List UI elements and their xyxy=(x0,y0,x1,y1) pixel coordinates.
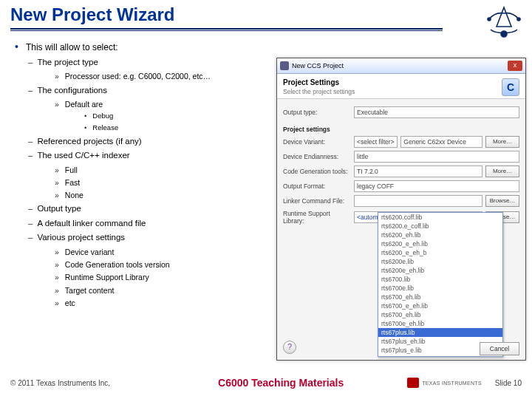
rsl-option[interactable]: rts6200_e_eh_b xyxy=(378,248,502,257)
bullet-output-type: Output type xyxy=(10,203,276,215)
footer-center: C6000 Teaching Materials xyxy=(154,377,407,389)
technion-logo xyxy=(486,4,522,40)
dialog-titlebar: New CCS Project x xyxy=(277,58,525,74)
field-linker-file[interactable] xyxy=(354,195,482,207)
field-output-format[interactable]: legacy COFF xyxy=(354,180,519,192)
bullet-referenced: Referenced projects (if any) xyxy=(10,136,276,148)
rsl-option[interactable]: rts6700.lib xyxy=(378,275,502,284)
bullet-linker-cmd: A default linker command file xyxy=(10,218,276,230)
svg-point-2 xyxy=(517,18,520,21)
bullet-release: Release xyxy=(10,123,276,133)
svg-point-0 xyxy=(501,31,507,37)
bullet-indexer: The used C/C++ indexer xyxy=(10,150,276,162)
label-output-format: Output Format: xyxy=(283,183,351,190)
c-badge-icon: C xyxy=(502,78,519,96)
bullet-full: Full xyxy=(10,165,276,175)
bullet-fast: Fast xyxy=(10,177,276,188)
dialog-heading: Project Settings xyxy=(283,78,519,86)
app-icon xyxy=(280,61,289,70)
label-device-variant: Device Variant: xyxy=(283,138,351,146)
intro-bullet: This will allow to select: xyxy=(10,40,276,54)
rsl-option[interactable]: rts6200e.lib xyxy=(378,257,502,266)
svg-point-1 xyxy=(488,18,491,21)
rsl-option[interactable]: rts6700_e_eh.lib xyxy=(378,301,502,310)
bullet-project-type: The project type xyxy=(10,57,276,69)
cancel-button[interactable]: Cancel xyxy=(480,342,519,355)
bullet-etc: etc xyxy=(10,298,276,308)
label-rsl: Runtime Support Library: xyxy=(283,210,351,225)
bullet-default-are: Default are xyxy=(10,99,276,109)
codegen-more-button[interactable]: More… xyxy=(485,166,519,177)
rsl-option[interactable]: rts6200.coff.lib xyxy=(378,213,502,222)
bullet-rsl: Runtime Support Library xyxy=(10,272,276,282)
field-device-variant[interactable]: Generic C62xx Device xyxy=(400,136,482,148)
rsl-option[interactable]: rts6700e_eh.lib xyxy=(378,319,502,328)
rsl-option[interactable]: rts6200_eh.lib xyxy=(378,231,502,239)
rsl-option[interactable]: rts6200.e_coff.lib xyxy=(378,222,502,231)
slide-number: Slide 10 xyxy=(495,379,522,387)
copyright: © 2011 Texas Instruments Inc, xyxy=(10,379,110,387)
section-project-settings: Project settings xyxy=(283,126,351,133)
ccs-dialog: New CCS Project x Project Settings Selec… xyxy=(276,58,526,361)
rsl-option[interactable]: rts6700e.lib xyxy=(378,284,502,293)
bullet-none: None xyxy=(10,190,276,200)
bullet-project-settings: Various project settings xyxy=(10,232,276,244)
field-endianness[interactable]: little xyxy=(354,151,519,163)
label-codegen: Code Generation tools: xyxy=(283,168,351,175)
rsl-option[interactable]: rts6200e_eh.lib xyxy=(378,266,502,275)
field-codegen[interactable]: TI 7.2.0 xyxy=(354,166,482,177)
dialog-subheading: Select the project settings xyxy=(283,88,519,95)
label-output-type: Output type: xyxy=(283,109,351,116)
bullet-content: This will allow to select: The project t… xyxy=(0,31,287,308)
rsl-option[interactable]: rts6700_eh.lib xyxy=(378,293,502,301)
bullet-processor: Processor used: e.g. C6000, C2000, etc… xyxy=(10,71,276,81)
rsl-dropdown-list[interactable]: rts6200.coff.librts6200.e_coff.librts620… xyxy=(378,212,503,357)
ti-text: TEXAS INSTRUMENTS xyxy=(422,381,482,386)
field-device-filter[interactable]: <select filter> xyxy=(354,136,398,148)
field-output-type[interactable]: Executable xyxy=(354,106,519,118)
bullet-codegen: Code Generation tools version xyxy=(10,259,276,270)
ti-logo: TEXAS INSTRUMENTS xyxy=(407,378,482,388)
bullet-target-content: Target content xyxy=(10,285,276,296)
dialog-header: Project Settings Select the project sett… xyxy=(277,74,525,99)
bullet-debug: Debug xyxy=(10,112,276,121)
more-button[interactable]: More… xyxy=(485,136,519,148)
label-linker-file: Linker Command File: xyxy=(283,197,351,205)
close-button[interactable]: x xyxy=(508,61,522,71)
rsl-option[interactable]: rts6700_eh.lib xyxy=(378,310,502,319)
bullet-device-variant: Device variant xyxy=(10,247,276,257)
slide-title: New Project Wizard xyxy=(10,4,532,25)
dialog-window-title: New CCS Project xyxy=(292,62,344,69)
ti-chip-icon xyxy=(407,378,419,388)
bullet-configurations: The configurations xyxy=(10,85,276,97)
linker-browse-button[interactable]: Browse… xyxy=(485,195,519,207)
rsl-option[interactable]: rts6200_e_eh.lib xyxy=(378,239,502,248)
help-button[interactable]: ? xyxy=(283,341,296,354)
label-endianness: Device Endianness: xyxy=(283,153,351,160)
rsl-option[interactable]: rts67plus.lib xyxy=(378,328,502,337)
